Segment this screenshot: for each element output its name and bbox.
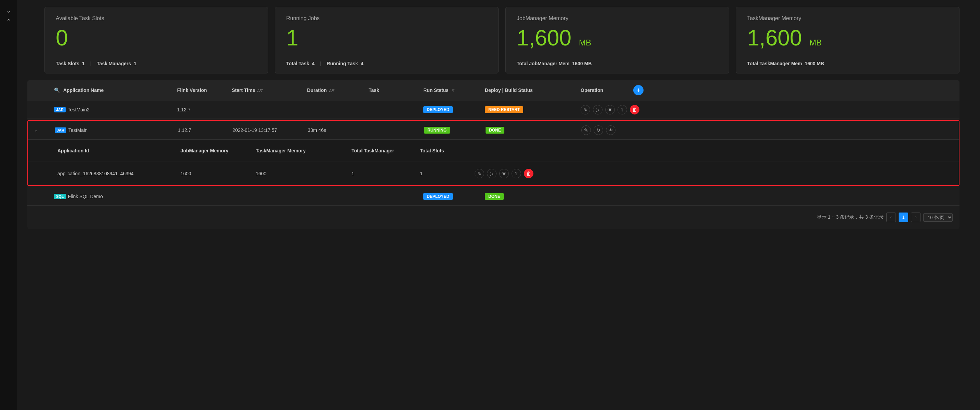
detail-td-total-slots: 1 — [417, 168, 472, 180]
th-run-status: Run Status ▿ — [421, 82, 482, 98]
config-button-testmain2[interactable]: ⇧ — [617, 105, 627, 114]
td-flink-version-testmain2: 1.12.7 — [174, 103, 229, 116]
metric-value-tm-memory: 1,600 MB — [747, 27, 948, 49]
td-duration-testmain: 33m 46s — [305, 124, 367, 136]
detail-view-button[interactable]: 👁 — [499, 169, 509, 178]
td-run-status-testmain: RUNNING — [421, 123, 483, 137]
metric-card-jm-memory: JobManager Memory 1,600 MB Total JobMana… — [505, 7, 729, 73]
td-ops-testmain2: ✎ ▷ 👁 ⇧ 🗑 — [578, 101, 646, 118]
th-app-name: 🔍 Application Name — [51, 83, 174, 98]
detail-start-button[interactable]: ▷ — [487, 169, 496, 178]
td-start-time-testmain2 — [229, 106, 304, 113]
metrics-row: Available Task Slots 0 Task Slots 1 | Ta… — [17, 0, 980, 80]
add-application-button[interactable]: + — [633, 85, 644, 95]
next-page-button[interactable]: › — [911, 212, 921, 222]
th-start-time[interactable]: Start Time △▽ — [229, 83, 304, 98]
td-build-status-testmain2: NEED RESTART — [482, 103, 578, 117]
detail-th-tm-memory: TaskManager Memory — [253, 143, 349, 158]
detail-th-ops — [472, 143, 540, 158]
metric-card-running-jobs: Running Jobs 1 Total Task 4 | Running Ta… — [275, 7, 498, 73]
th-duration[interactable]: Duration △▽ — [304, 83, 366, 98]
td-expand-testmain2 — [31, 106, 51, 113]
td-task-testmain2 — [366, 106, 421, 113]
pagination: 显示 1 ~ 3 条记录，共 3 条记录 ‹ 1 › 10 条/页 — [27, 206, 959, 229]
run-status-badge-testmain: RUNNING — [424, 127, 450, 134]
th-flink-version: Flink Version — [174, 83, 229, 98]
start-time-sort-icon: △▽ — [257, 89, 262, 92]
metric-title-running-jobs: Running Jobs — [286, 15, 487, 22]
td-start-time-sql-demo — [229, 193, 304, 200]
detail-config-button[interactable]: ⇧ — [512, 169, 521, 178]
search-icon[interactable]: 🔍 — [54, 87, 60, 93]
td-name-testmain: JAR TestMain — [52, 124, 175, 136]
td-task-testmain — [367, 127, 421, 134]
metric-value-jm-memory: 1,600 MB — [517, 27, 718, 49]
metric-footer-running-jobs: Total Task 4 | Running Task 4 — [286, 56, 487, 66]
detail-th-empty — [34, 143, 55, 158]
run-status-badge-sql-demo: DEPLOYED — [423, 193, 453, 200]
view-button-testmain[interactable]: 👁 — [606, 125, 616, 135]
page-1-button[interactable]: 1 — [899, 212, 908, 222]
td-duration-sql-demo — [304, 193, 366, 200]
table-row: JAR TestMain2 1.12.7 DEPLOYED NEED RESTA… — [27, 100, 959, 119]
edit-button-testmain[interactable]: ✎ — [581, 125, 591, 135]
metric-title-jm-memory: JobManager Memory — [517, 15, 718, 22]
td-task-sql-demo — [366, 193, 421, 200]
detail-th-jm-memory: JobManager Memory — [178, 143, 253, 158]
td-run-status-sql-demo: DEPLOYED — [421, 190, 482, 203]
view-button-testmain2[interactable]: 👁 — [605, 105, 615, 114]
delete-button-testmain2[interactable]: 🗑 — [630, 105, 640, 114]
td-ops-sql-demo — [578, 193, 646, 200]
detail-th-app-id: Application Id — [55, 143, 178, 158]
build-status-badge-testmain: DONE — [485, 127, 504, 134]
td-build-status-sql-demo: DONE — [482, 190, 578, 203]
metric-card-tm-memory: TaskManager Memory 1,600 MB Total TaskMa… — [736, 7, 959, 73]
metric-title-task-slots: Available Task Slots — [56, 15, 257, 22]
page-size-select[interactable]: 10 条/页 — [923, 213, 953, 222]
detail-td-total-tm: 1 — [349, 168, 417, 180]
metric-footer-jm-memory: Total JobManager Mem 1600 MB — [517, 56, 718, 66]
detail-th-total-tm: Total TaskManager — [349, 143, 417, 158]
table-header: 🔍 Application Name Flink Version Start T… — [27, 80, 959, 100]
table-row-testmain: ⌄ JAR TestMain 1.12.7 2022-01-19 13:17:5… — [28, 121, 959, 139]
detail-th-total-slots: Total Slots — [417, 143, 472, 158]
detail-td-app-id: application_1626838108941_46394 — [55, 168, 178, 180]
th-deploy-build-status: Deploy | Build Status — [482, 83, 578, 98]
detail-delete-button[interactable]: 🗑 — [524, 169, 533, 178]
td-ops-testmain: ✎ ↻ 👁 — [579, 122, 647, 138]
detail-edit-button[interactable]: ✎ — [475, 169, 484, 178]
stop-button-testmain[interactable]: ↻ — [593, 125, 603, 135]
td-name-sql-demo: SQL Flink SQL Demo — [51, 190, 174, 203]
sidebar-expand-icon[interactable]: ⌃ — [6, 18, 11, 25]
detail-row-testmain: application_1626838108941_46394 1600 160… — [28, 161, 959, 185]
operations-testmain2: ✎ ▷ 👁 ⇧ 🗑 — [581, 105, 640, 114]
table-row-sql-demo: SQL Flink SQL Demo DEPLOYED DONE — [27, 187, 959, 206]
chevron-down-icon: ⌄ — [34, 128, 38, 133]
td-expand-testmain[interactable]: ⌄ — [32, 124, 52, 136]
metric-title-tm-memory: TaskManager Memory — [747, 15, 948, 22]
metric-value-task-slots: 0 — [56, 27, 257, 49]
td-flink-version-sql-demo — [174, 193, 229, 200]
operations-testmain: ✎ ↻ 👁 — [581, 125, 616, 135]
sidebar-collapse-icon[interactable]: ⌄ — [6, 7, 11, 14]
detail-td-tm-memory: 1600 — [253, 168, 349, 180]
metric-value-running-jobs: 1 — [286, 27, 487, 49]
jar-badge-testmain: JAR — [55, 127, 66, 133]
prev-page-button[interactable]: ‹ — [886, 212, 896, 222]
duration-sort-icon: △▽ — [329, 89, 334, 92]
start-button-testmain2[interactable]: ▷ — [593, 105, 603, 114]
applications-table: 🔍 Application Name Flink Version Start T… — [27, 80, 959, 229]
td-flink-version-testmain: 1.12.7 — [175, 124, 230, 136]
build-status-badge-sql-demo: DONE — [485, 193, 504, 200]
detail-td-jm-memory: 1600 — [178, 168, 253, 180]
td-run-status-testmain2: DEPLOYED — [421, 103, 482, 117]
pagination-summary: 显示 1 ~ 3 条记录，共 3 条记录 — [817, 214, 884, 220]
edit-button-testmain2[interactable]: ✎ — [581, 105, 590, 114]
th-task: Task — [366, 83, 421, 98]
detail-td-empty — [34, 170, 55, 177]
jar-badge-testmain2: JAR — [54, 107, 66, 112]
build-status-badge-testmain2: NEED RESTART — [485, 106, 523, 113]
td-expand-sql-demo — [31, 193, 51, 200]
detail-operations-testmain: ✎ ▷ 👁 ⇧ 🗑 — [475, 169, 533, 178]
run-status-filter-button[interactable]: ▿ — [451, 87, 456, 93]
